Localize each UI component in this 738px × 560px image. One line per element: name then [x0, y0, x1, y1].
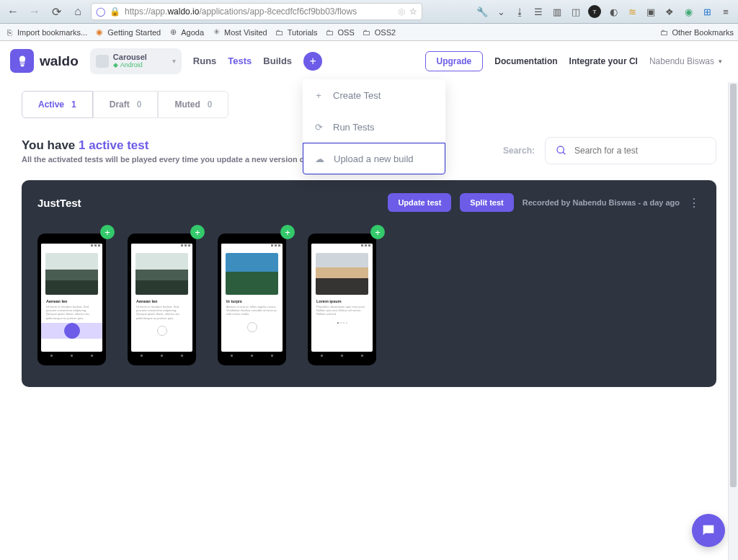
tab-muted[interactable]: Muted 0 [158, 91, 228, 118]
user-dropdown[interactable]: Nabendu Biswas ▾ [649, 56, 722, 66]
url-text: https://app.waldo.io/applications/app-8c… [125, 6, 357, 17]
screenshot-image [45, 253, 98, 295]
tab-active[interactable]: Active 1 [22, 91, 93, 118]
app-root: waldo Carousel ◆Android ▾ Runs Tests Bui… [0, 41, 738, 560]
tab-label: Active [38, 99, 64, 110]
upgrade-button[interactable]: Upgrade [425, 51, 484, 71]
intercom-launcher[interactable] [692, 514, 725, 547]
tab-count: 0 [137, 99, 142, 110]
bookmark-other[interactable]: 🗀Other Bookmarks [659, 27, 734, 37]
dropdown-create-test[interactable]: + Create Test [303, 79, 445, 111]
integrate-link[interactable]: Integrate your CI [569, 56, 638, 66]
dropdown-label: Create Test [333, 90, 381, 101]
test-steps: +Aenean leoUt lorem et tincidunt facilis… [37, 234, 701, 365]
bookmark-most-visited[interactable]: ✳Most Visited [211, 27, 267, 37]
documentation-link[interactable]: Documentation [494, 56, 557, 66]
dropdown-run-tests[interactable]: ⟳ Run Tests [303, 111, 445, 143]
card-heading: Lorem ipsum [316, 299, 368, 303]
add-step-button[interactable]: + [370, 225, 385, 239]
screenshot-image [135, 253, 188, 295]
nav-builds[interactable]: Builds [263, 55, 292, 66]
menu-icon[interactable]: ≡ [718, 4, 734, 19]
sidebar-icon[interactable]: ◫ [568, 4, 584, 19]
ext-icon[interactable]: 🔧 [474, 4, 490, 19]
ext-2[interactable]: ◐ [605, 4, 621, 19]
phone-mock: Aenean leoUt lorem et tincidunt facilisi… [37, 234, 106, 365]
ext-3[interactable]: ≋ [624, 4, 640, 19]
logo-icon [10, 49, 34, 73]
test-step[interactable]: +Aenean leoUt lorem et tincidunt facilis… [37, 234, 106, 365]
reload-button[interactable]: ⟳ [48, 3, 65, 20]
account-icon[interactable]: ☰ [530, 4, 546, 19]
back-button[interactable]: ← [4, 3, 22, 20]
card-body: Ut lorem et tincidunt facilisis. Sed pos… [136, 305, 187, 320]
phone-mock: Aenean leoUt lorem et tincidunt facilisi… [128, 234, 196, 365]
test-step[interactable]: +Lorem ipsumPhasellus ullamcorper aper e… [308, 234, 376, 365]
logo-text: waldo [40, 53, 79, 69]
search-icon [556, 145, 567, 156]
card-heading: In turpis [226, 299, 277, 303]
search-region: Search: [503, 137, 716, 164]
lock-icon: 🔒 [110, 6, 120, 17]
app-selector[interactable]: Carousel ◆Android ▾ [90, 48, 182, 74]
search-label: Search: [503, 146, 535, 156]
app-header: waldo Carousel ◆Android ▾ Runs Tests Bui… [0, 41, 738, 81]
nav-tests[interactable]: Tests [228, 55, 252, 66]
dropdown-label: Upload a new build [334, 154, 414, 164]
test-card: JustTest Update test Split test Recorded… [22, 180, 716, 387]
star-icon[interactable]: ☆ [409, 6, 417, 17]
app-platform: ◆Android [113, 61, 168, 68]
chat-icon [701, 523, 716, 538]
ext-5[interactable]: ❖ [662, 4, 677, 19]
kebab-menu-icon[interactable]: ⋮ [688, 196, 701, 210]
tab-draft[interactable]: Draft 0 [93, 91, 159, 118]
tab-label: Muted [174, 99, 200, 110]
split-test-button[interactable]: Split test [460, 193, 513, 212]
bookmark-agoda[interactable]: ⊕Agoda [168, 27, 204, 37]
update-test-button[interactable]: Update test [388, 193, 451, 212]
android-icon: ◆ [113, 61, 118, 68]
page-subtitle: All the activated tests will be played e… [22, 155, 345, 164]
bookmark-oss2[interactable]: 🗀OSS2 [362, 27, 396, 37]
card-body: Ut lorem et tincidunt facilisis. Sed pos… [46, 305, 97, 320]
pocket-icon[interactable]: ⌄ [493, 4, 509, 19]
bookmarks-bar: ⎘Import bookmarks... ◉Getting Started ⊕A… [0, 24, 738, 41]
ext-4[interactable]: ▣ [643, 4, 659, 19]
phone-mock: Lorem ipsumPhasellus ullamcorper aper er… [308, 234, 376, 365]
bookmark-getting-started[interactable]: ◉Getting Started [94, 27, 161, 37]
bookmark-oss[interactable]: 🗀OSS [325, 27, 355, 37]
logo[interactable]: waldo [10, 49, 79, 73]
add-button[interactable]: + [303, 52, 322, 71]
forward-button[interactable]: → [26, 3, 43, 20]
recorded-by: Recorded by Nabendu Biswas - a day ago [523, 198, 680, 207]
add-step-button[interactable]: + [190, 225, 205, 239]
app-selector-icon [96, 55, 109, 68]
home-button[interactable]: ⌂ [69, 3, 86, 20]
search-input[interactable] [574, 146, 706, 156]
card-body: Aenean ut erat ac tellus sagittis cursus… [226, 305, 277, 316]
ext-7[interactable]: ⊞ [699, 4, 715, 19]
reader-icon[interactable]: ◎ [398, 6, 405, 17]
add-step-button[interactable]: + [100, 225, 115, 239]
library-icon[interactable]: ▥ [549, 4, 565, 19]
vertical-scrollbar[interactable] [728, 82, 738, 560]
add-dropdown: + Create Test ⟳ Run Tests ☁ Upload a new… [303, 79, 445, 174]
bookmark-tutorials[interactable]: 🗀Tutorials [275, 27, 318, 37]
dropdown-upload-build[interactable]: ☁ Upload a new build [303, 143, 445, 174]
add-step-button[interactable]: + [280, 225, 295, 239]
search-box[interactable] [545, 137, 716, 164]
test-step[interactable]: +Aenean leoUt lorem et tincidunt facilis… [128, 234, 196, 365]
nav-runs[interactable]: Runs [193, 55, 217, 66]
test-step[interactable]: +In turpisAenean ut erat ac tellus sagit… [218, 234, 286, 365]
url-bar[interactable]: ◯ 🔒 https://app.waldo.io/applications/ap… [91, 3, 422, 20]
bookmark-import[interactable]: ⎘Import bookmarks... [4, 27, 87, 37]
refresh-icon: ⟳ [313, 121, 324, 133]
ext-badge[interactable]: T [587, 4, 603, 19]
screenshot-image [316, 253, 368, 295]
test-name: JustTest [37, 197, 81, 209]
app-name: Carousel [113, 53, 168, 61]
card-heading: Aenean leo [136, 299, 187, 303]
ext-6[interactable]: ◉ [680, 4, 696, 19]
download-icon[interactable]: ⭳ [512, 4, 528, 19]
user-name: Nabendu Biswas [649, 56, 714, 66]
